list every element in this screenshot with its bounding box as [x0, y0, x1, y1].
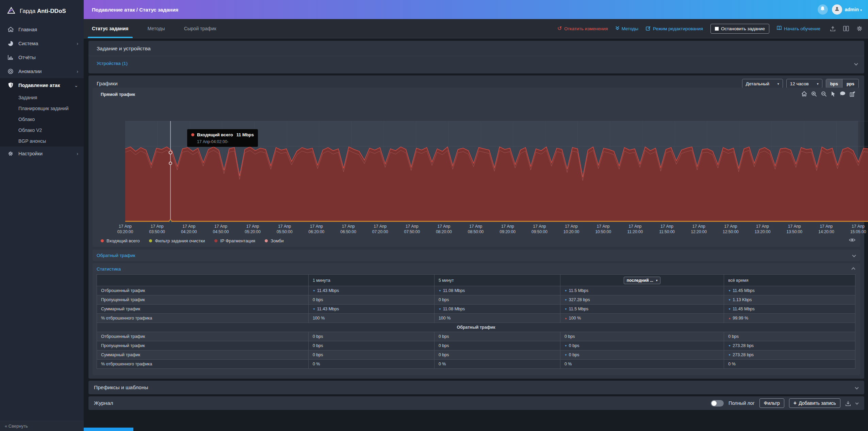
- user-icon: [834, 6, 840, 13]
- legend-dot-icon: [265, 239, 268, 242]
- arrow-down-icon: ▼: [313, 308, 315, 311]
- sidebar-group-5: Настройки›: [0, 146, 84, 160]
- prefixes-card[interactable]: Префиксы и шаблоны: [88, 381, 864, 394]
- sidebar-item-0[interactable]: Главная: [0, 22, 84, 36]
- reverse-traffic-title[interactable]: Обратный трафик: [97, 253, 135, 258]
- zoom-out-icon[interactable]: [821, 91, 827, 97]
- notifications-button[interactable]: [818, 4, 828, 15]
- export-icon[interactable]: [850, 91, 855, 97]
- arrow-down-icon: ▼: [728, 354, 731, 357]
- row-label: Пропущенный трафик: [97, 295, 309, 305]
- chart-tooltip: Входящий всего11 Mbps 17 Апр-04:02:00-: [187, 129, 258, 147]
- app-logo[interactable]: Гарда Anti-DDoS: [0, 0, 84, 22]
- row-label: % отброшенного трафика: [97, 360, 309, 369]
- arrow-down-icon: ▼: [564, 354, 567, 357]
- sidebar-subitem[interactable]: Планировщик заданий: [0, 103, 84, 114]
- legend-item[interactable]: Входящий всего: [101, 238, 140, 243]
- sidebar-subitem[interactable]: BGP анонсы: [0, 136, 84, 146]
- pps-toggle-button[interactable]: pps: [842, 79, 858, 88]
- x-tick: 17 Апр06:50:00: [340, 224, 356, 235]
- sidebar-group-4: Подавление атак⌄ЗаданияПланировщик задан…: [0, 78, 84, 146]
- home-icon[interactable]: [801, 91, 807, 97]
- table-row: Пропущенный трафик0 bps0 bps▼327.28 bps▼…: [97, 295, 855, 305]
- table-section-label: Обратный трафик: [97, 323, 855, 332]
- stat-value-cell: ▼11.08 Mbps: [434, 286, 560, 295]
- sidebar-collapse-button[interactable]: « Свернуть: [0, 421, 84, 431]
- sidebar-item-2[interactable]: Отчёты: [0, 50, 84, 64]
- comment-icon[interactable]: [840, 91, 846, 96]
- edit-mode-button[interactable]: Режим редактирования: [646, 26, 703, 32]
- sidebar-subitem[interactable]: Облако V2: [0, 125, 84, 136]
- stat-value-cell: ▲100 %: [560, 314, 724, 323]
- stat-value-cell: ▼11.5 Mbps: [560, 305, 724, 314]
- chevron-right-icon: ›: [77, 41, 78, 46]
- chevron-right-icon: ›: [77, 151, 78, 156]
- legend-item[interactable]: Фильтр задания очистки: [149, 238, 205, 243]
- reverse-traffic-panel[interactable]: Обратный трафик: [93, 249, 860, 261]
- avatar[interactable]: [832, 4, 842, 15]
- filter-button[interactable]: Фильтр: [759, 398, 784, 408]
- tab-methods[interactable]: Методы: [148, 19, 165, 38]
- settings-gear-icon[interactable]: [856, 25, 863, 32]
- task-devices-card: Задание и устройства Устройства (1): [88, 41, 864, 73]
- x-axis-labels: 17 Апр03:20:0017 Апр03:50:0017 Апр04:20:…: [125, 224, 858, 239]
- statistics-chevron-icon[interactable]: [851, 267, 855, 271]
- sidebar-item-4[interactable]: Подавление атак⌄: [0, 78, 84, 92]
- add-record-button[interactable]: +Добавить запись: [789, 398, 840, 408]
- sidebar-item-3[interactable]: Аномалии›: [0, 64, 84, 78]
- prefixes-chevron-icon[interactable]: [855, 385, 858, 389]
- legend-item[interactable]: Зомби: [265, 238, 284, 243]
- x-tick: 17 Апр04:20:00: [181, 224, 197, 235]
- bps-toggle-button[interactable]: bps: [826, 79, 842, 88]
- time-range-select[interactable]: 12 часов▾: [786, 79, 822, 88]
- columns-icon[interactable]: [843, 26, 849, 31]
- last-period-select[interactable]: последний ...▾: [624, 277, 661, 284]
- download-icon[interactable]: [845, 400, 851, 406]
- reverse-chevron-icon[interactable]: [852, 253, 856, 257]
- pointer-icon[interactable]: [831, 91, 836, 97]
- zoom-in-icon[interactable]: [811, 91, 817, 97]
- x-tick: 17 Апр05:20:00: [245, 224, 261, 235]
- tab-bar: Статус задания Методы Сырой трафик ↺Отка…: [84, 19, 868, 38]
- direct-traffic-panel: Прямой трафик 16 Mbps12 Mbps8 Mbps4 Mbps…: [93, 88, 860, 247]
- sidebar-item-1[interactable]: Система›: [0, 36, 84, 50]
- stats-header: [97, 275, 309, 286]
- task-devices-title: Задание и устройства: [88, 41, 864, 56]
- arrow-down-icon: ▼: [728, 298, 731, 301]
- devices-chevron-icon[interactable]: [854, 62, 858, 65]
- stop-task-button[interactable]: Остановить задание: [710, 24, 769, 34]
- devices-link[interactable]: Устройства (1): [97, 61, 128, 66]
- start-learning-button[interactable]: Начать обучение: [777, 26, 820, 31]
- methods-button[interactable]: Методы: [616, 26, 638, 31]
- undo-icon: ↺: [557, 26, 562, 31]
- sidebar-subitem[interactable]: Задания: [0, 92, 84, 103]
- stat-value-cell: ▼11.45 Mbps: [724, 305, 855, 314]
- stat-value-cell: 0 %: [724, 360, 855, 369]
- tab-raw-traffic[interactable]: Сырой трафик: [184, 19, 216, 38]
- detail-level-select[interactable]: Детальный▾: [742, 79, 783, 88]
- upload-icon[interactable]: [830, 26, 836, 32]
- row-label: Суммарный трафик: [97, 350, 309, 360]
- sidebar-item-5[interactable]: Настройки›: [0, 146, 84, 160]
- eye-icon[interactable]: [849, 237, 855, 243]
- gear-icon: [7, 151, 14, 156]
- sidebar: Гарда Anti-DDoS ГлавнаяСистема›ОтчётыАно…: [0, 0, 84, 431]
- target-icon: [7, 69, 14, 74]
- table-row: % отброшенного трафика100 %100 %▲100 %▲9…: [97, 314, 855, 323]
- journal-chevron-icon[interactable]: [855, 401, 858, 405]
- user-menu[interactable]: admin▾: [845, 7, 862, 12]
- stat-value-cell: ▼327.28 bps: [560, 295, 724, 305]
- series-dot-icon: [191, 133, 194, 136]
- stat-value-cell: 0 bps: [308, 350, 434, 360]
- sidebar-subitem[interactable]: Облако: [0, 114, 84, 125]
- tab-task-status[interactable]: Статус задания: [92, 19, 129, 38]
- x-tick: 17 Апр03:20:00: [117, 224, 133, 235]
- arrow-down-icon: ▼: [564, 308, 567, 311]
- brand-name: Гарда Anti-DDoS: [20, 8, 66, 15]
- legend-item[interactable]: IP Фрагментация: [214, 238, 255, 243]
- full-log-toggle[interactable]: [711, 400, 724, 407]
- app-root: Гарда Anti-DDoS ГлавнаяСистема›ОтчётыАно…: [0, 0, 868, 431]
- statistics-title[interactable]: Статистика: [97, 266, 121, 272]
- direct-traffic-title: Прямой трафик: [101, 92, 135, 97]
- revert-changes-button[interactable]: ↺Откатить изменения: [557, 26, 608, 31]
